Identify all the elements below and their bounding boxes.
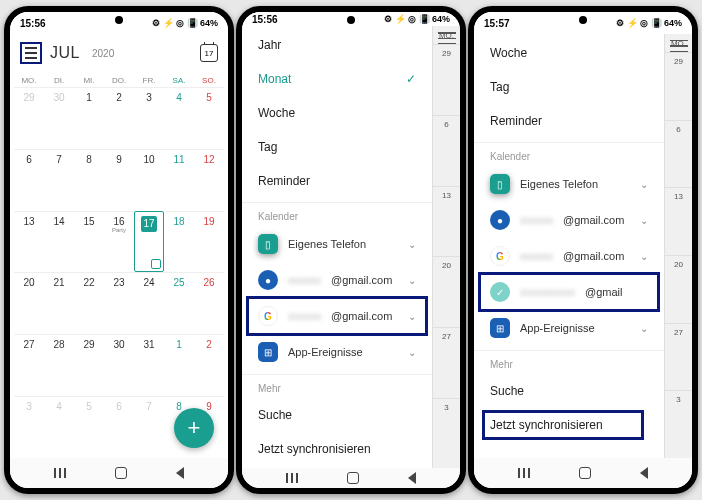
chevron-down-icon: ⌄ bbox=[408, 239, 416, 250]
view-reminder[interactable]: Reminder bbox=[474, 104, 664, 138]
account-app-events[interactable]: ⊞App-Ereignisse⌄ bbox=[242, 334, 432, 370]
phone-icon: ▯ bbox=[490, 174, 510, 194]
section-kalender: Kalender bbox=[242, 202, 432, 226]
add-event-button[interactable]: + bbox=[174, 408, 214, 448]
status-time: 15:56 bbox=[252, 14, 278, 25]
samsung-icon: ● bbox=[490, 210, 510, 230]
note-icon bbox=[151, 259, 161, 269]
checkbox-icon: ✓ bbox=[490, 282, 510, 302]
nav-home[interactable] bbox=[347, 472, 359, 484]
nav-recent[interactable] bbox=[286, 473, 298, 483]
chevron-down-icon: ⌄ bbox=[408, 275, 416, 286]
peek-column: MO. 29 6 13 20 27 3 bbox=[664, 34, 692, 458]
view-woche[interactable]: Woche bbox=[242, 96, 432, 130]
account-google[interactable]: Gxxxxxx@gmail.com⌄ bbox=[474, 238, 664, 274]
month-label[interactable]: JUL bbox=[50, 44, 80, 62]
section-mehr: Mehr bbox=[242, 374, 432, 398]
nav-home[interactable] bbox=[579, 467, 591, 479]
account-phone[interactable]: ▯Eigenes Telefon⌄ bbox=[242, 226, 432, 262]
account-samsung[interactable]: ●xxxxxx@gmail.com⌄ bbox=[474, 202, 664, 238]
account-phone[interactable]: ▯Eigenes Telefon⌄ bbox=[474, 166, 664, 202]
account-app-events[interactable]: ⊞App-Ereignisse⌄ bbox=[474, 310, 664, 346]
view-tag[interactable]: Tag bbox=[474, 70, 664, 104]
account-selected[interactable]: ✓xxxxxxxxxx@gmail bbox=[474, 274, 664, 310]
phone-icon: ▯ bbox=[258, 234, 278, 254]
chevron-down-icon: ⌄ bbox=[408, 347, 416, 358]
nav-drawer[interactable]: Jahr Monat✓ Woche Tag Reminder Kalender … bbox=[242, 26, 432, 468]
status-icons: ⚙ ⚡ ◎ 📳 64% bbox=[152, 18, 218, 28]
status-time: 15:56 bbox=[20, 18, 46, 29]
google-icon: G bbox=[490, 246, 510, 266]
calendar-grid[interactable]: 29 30 1 2 3 4 5 6 7 8 9 10 11 12 13 14 1… bbox=[10, 87, 228, 458]
today-icon[interactable]: 17 bbox=[200, 44, 218, 62]
account-google[interactable]: Gxxxxxx@gmail.com⌄ bbox=[242, 298, 432, 334]
nav-back[interactable] bbox=[176, 467, 184, 479]
status-icons: ⚙ ⚡ ◎ 📳 64% bbox=[616, 18, 682, 28]
weekday-header: MO.DI.MI.DO.FR.SA.SO. bbox=[10, 72, 228, 87]
menu-suche[interactable]: Suche bbox=[242, 398, 432, 432]
section-mehr: Mehr bbox=[474, 350, 664, 374]
menu-suche[interactable]: Suche bbox=[474, 374, 664, 408]
chevron-down-icon: ⌄ bbox=[640, 215, 648, 226]
menu-icon[interactable] bbox=[20, 42, 42, 64]
status-time: 15:57 bbox=[484, 18, 510, 29]
view-jahr[interactable]: Jahr bbox=[242, 28, 432, 62]
nav-back[interactable] bbox=[408, 472, 416, 484]
app-icon: ⊞ bbox=[490, 318, 510, 338]
chevron-down-icon: ⌄ bbox=[640, 323, 648, 334]
check-icon: ✓ bbox=[406, 72, 416, 86]
year-label: 2020 bbox=[92, 48, 114, 59]
section-kalender: Kalender bbox=[474, 142, 664, 166]
view-monat[interactable]: Monat✓ bbox=[242, 62, 432, 96]
nav-recent[interactable] bbox=[518, 468, 530, 478]
chevron-down-icon: ⌄ bbox=[640, 179, 648, 190]
nav-back[interactable] bbox=[640, 467, 648, 479]
peek-column: MO. 29 6 13 20 27 3 bbox=[432, 26, 460, 468]
view-reminder[interactable]: Reminder bbox=[242, 164, 432, 198]
status-icons: ⚙ ⚡ ◎ 📳 64% bbox=[384, 14, 450, 24]
view-tag[interactable]: Tag bbox=[242, 130, 432, 164]
nav-home[interactable] bbox=[115, 467, 127, 479]
google-icon: G bbox=[258, 306, 278, 326]
nav-drawer[interactable]: Woche Tag Reminder Kalender ▯Eigenes Tel… bbox=[474, 34, 664, 458]
menu-sync[interactable]: Jetzt synchronisieren bbox=[474, 408, 664, 442]
chevron-down-icon: ⌄ bbox=[640, 251, 648, 262]
nav-recent[interactable] bbox=[54, 468, 66, 478]
menu-sync[interactable]: Jetzt synchronisieren bbox=[242, 432, 432, 466]
chevron-down-icon: ⌄ bbox=[408, 311, 416, 322]
view-woche[interactable]: Woche bbox=[474, 36, 664, 70]
samsung-icon: ● bbox=[258, 270, 278, 290]
account-samsung[interactable]: ●xxxxxx@gmail.com⌄ bbox=[242, 262, 432, 298]
app-icon: ⊞ bbox=[258, 342, 278, 362]
